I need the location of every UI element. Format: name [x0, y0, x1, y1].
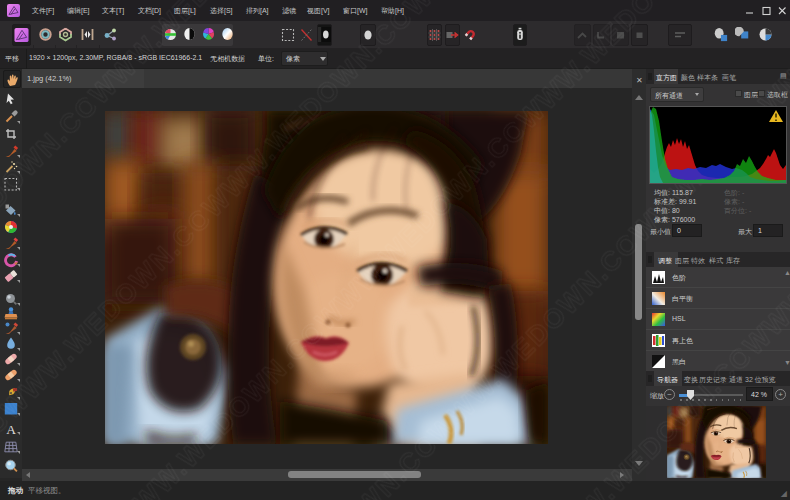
svg-text:A: A: [6, 422, 16, 437]
